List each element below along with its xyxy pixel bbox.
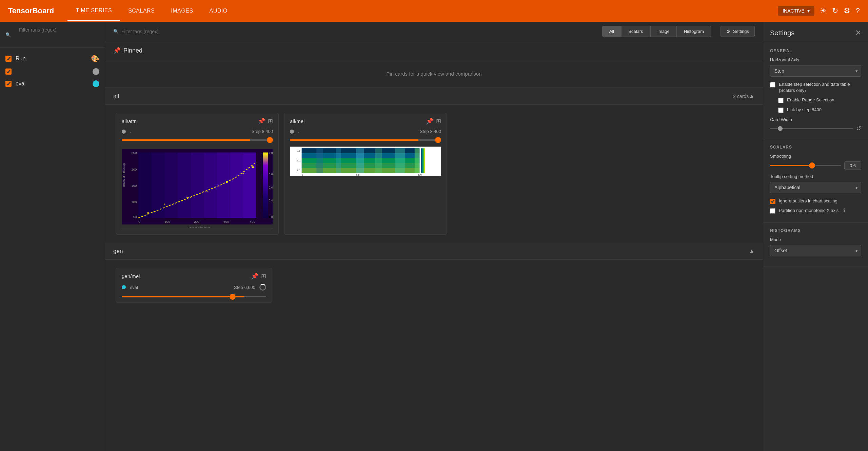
help-icon[interactable]: ?: [856, 6, 860, 15]
link-by-step-label: Link by step 8400: [787, 107, 822, 113]
svg-text:1.0: 1.0: [269, 151, 273, 155]
settings-icon[interactable]: ⚙: [844, 6, 850, 15]
link-by-step-checkbox[interactable]: [778, 107, 784, 113]
filter-all-button[interactable]: All: [602, 26, 621, 37]
card-all-mel-slider[interactable]: [290, 139, 441, 141]
filter-scalars-button[interactable]: Scalars: [621, 26, 650, 37]
svg-point-16: [242, 173, 244, 174]
svg-text:0.0: 0.0: [269, 215, 273, 219]
enable-step-checkbox[interactable]: [770, 82, 775, 87]
filter-tags-input[interactable]: [121, 29, 203, 34]
svg-rect-3: [152, 153, 165, 218]
card-gen-mel-slider[interactable]: [122, 296, 266, 297]
card-width-label: Card Width: [770, 117, 861, 122]
svg-rect-8: [217, 153, 230, 218]
svg-text:400: 400: [250, 220, 255, 223]
search-icon: 🔍: [5, 32, 11, 37]
palette-icon[interactable]: 🎨: [91, 55, 99, 63]
svg-text:Encoder Timestep: Encoder Timestep: [122, 163, 125, 187]
svg-text:0.4: 0.4: [269, 199, 273, 202]
card-gen-mel-eval-label: eval: [130, 285, 230, 290]
nav-links: TIME SERIES SCALARS IMAGES AUDIO: [67, 1, 778, 21]
card-all-mel-slider-wrap: [284, 137, 447, 146]
group-header-all[interactable]: all 2 cards ▲: [105, 88, 763, 105]
partition-x-checkbox[interactable]: [770, 208, 775, 214]
settings-button[interactable]: ⚙ Settings: [721, 26, 755, 37]
card-gen-mel-slider-wrap: [116, 293, 272, 302]
smoothing-slider[interactable]: [770, 165, 841, 166]
card-width-slider[interactable]: [770, 128, 853, 129]
svg-text:2.0: 2.0: [297, 159, 300, 162]
ignore-outliers-checkbox[interactable]: [770, 199, 775, 204]
settings-gear-icon: ⚙: [726, 29, 730, 34]
partition-x-row: Partition non-monotonic X axis ℹ: [770, 208, 861, 214]
main-content: 🔍 All Scalars Image Histogram ⚙ Settings…: [105, 22, 763, 451]
svg-text:mel: mel: [356, 174, 359, 176]
nav-images[interactable]: IMAGES: [163, 1, 201, 21]
nav-audio[interactable]: AUDIO: [201, 1, 236, 21]
ignore-outliers-row: Ignore outliers in chart scaling: [770, 198, 861, 204]
scroll-area[interactable]: 📌 Pinned Pin cards for a quick view and …: [105, 41, 763, 451]
card-gen-mel: gen/mel 📌 ⊞ eval Step 6,600: [116, 268, 272, 303]
pin-mel-icon[interactable]: 📌: [426, 117, 433, 125]
horizontal-axis-select[interactable]: Step Relative Wall: [770, 65, 861, 77]
svg-text:50: 50: [133, 215, 137, 219]
enable-range-label: Enable Range Selection: [787, 97, 834, 103]
settings-histograms-section: HISTOGRAMS Mode Offset Overlay: [763, 223, 868, 267]
refresh-icon[interactable]: ↻: [832, 6, 838, 15]
filter-buttons: All Scalars Image Histogram: [602, 26, 711, 37]
tooltip-sorting-select[interactable]: Alphabetical Ascending Descending Closes…: [770, 182, 861, 193]
svg-rect-10: [243, 153, 256, 218]
partition-x-info-icon[interactable]: ℹ: [843, 208, 845, 213]
tooltip-sorting-label: Tooltip sorting method: [770, 174, 861, 179]
pinned-title: Pinned: [123, 47, 142, 54]
enable-range-checkbox[interactable]: [778, 98, 784, 103]
svg-point-12: [164, 203, 165, 205]
mode-select[interactable]: Offset Overlay: [770, 245, 861, 256]
expand-gen-mel-icon[interactable]: ⊞: [261, 272, 266, 280]
card-all-attn-step-row: . Step 8,400: [116, 129, 278, 137]
card-all-mel-header: all/mel 📌 ⊞: [284, 113, 447, 129]
pin-card-icon[interactable]: 📌: [258, 117, 265, 125]
settings-panel: Settings ✕ GENERAL Horizontal Axis Step …: [763, 22, 868, 451]
settings-scalars-title: SCALARS: [770, 145, 861, 150]
card-width-reset-icon[interactable]: ↺: [856, 125, 861, 132]
nav-scalars[interactable]: SCALARS: [120, 1, 163, 21]
expand-card-icon[interactable]: ⊞: [268, 117, 273, 125]
enable-range-row: Enable Range Selection: [770, 97, 861, 103]
card-all-attn-slider[interactable]: [122, 139, 273, 141]
settings-close-button[interactable]: ✕: [855, 28, 861, 37]
svg-text:100: 100: [131, 200, 137, 204]
horizontal-axis-label: Horizontal Axis: [770, 57, 861, 62]
settings-panel-header: Settings ✕: [763, 22, 868, 43]
smoothing-row: 0.6: [770, 161, 861, 170]
svg-point-15: [226, 181, 228, 183]
svg-point-17: [252, 166, 254, 168]
pin-gen-mel-icon[interactable]: 📌: [251, 272, 258, 280]
enable-step-selection-row: Enable step selection and data table (Sc…: [770, 81, 861, 94]
eval-checkbox[interactable]: [5, 81, 12, 87]
loading-spinner: [259, 284, 266, 291]
filter-image-button[interactable]: Image: [650, 26, 677, 37]
group-header-gen[interactable]: gen ▲: [105, 243, 763, 260]
filter-search-icon: 🔍: [113, 29, 119, 34]
group-all-count: 2 cards: [733, 94, 749, 99]
all-cards-grid: all/attn 📌 ⊞ . Step 8,400: [105, 105, 763, 243]
card-all-mel-dot: [290, 130, 294, 134]
run-checkbox[interactable]: [5, 56, 12, 62]
filter-runs-input[interactable]: [14, 27, 99, 38]
filter-histogram-button[interactable]: Histogram: [677, 26, 711, 37]
svg-rect-30: [263, 153, 268, 218]
run-row-header: Run 🎨: [0, 52, 105, 65]
nav-time-series[interactable]: TIME SERIES: [67, 1, 120, 21]
filter-search: 🔍: [113, 29, 597, 34]
card-all-attn: all/attn 📌 ⊞ . Step 8,400: [116, 113, 279, 235]
expand-mel-icon[interactable]: ⊞: [436, 117, 441, 125]
svg-rect-45: [356, 148, 364, 173]
run-row-2: [0, 65, 105, 78]
card-gen-mel-step: Step 6,600: [234, 285, 255, 290]
brightness-icon[interactable]: ☀: [820, 6, 827, 15]
card-all-mel-step-row: . Step 8,400: [284, 129, 447, 137]
top-navigation: TensorBoard TIME SERIES SCALARS IMAGES A…: [0, 0, 868, 22]
run2-checkbox[interactable]: [5, 68, 12, 75]
